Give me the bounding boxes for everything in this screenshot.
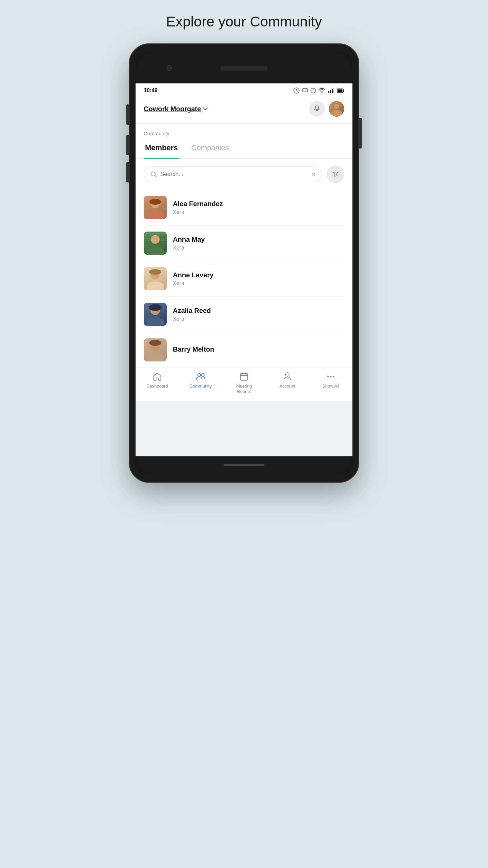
notification-button[interactable] — [309, 101, 325, 117]
nav-label-meeting-rooms: Meeting Rooms — [236, 383, 252, 394]
nav-item-dashboard[interactable]: Dashboard — [144, 372, 171, 394]
dots-icon — [326, 372, 336, 381]
nav-label-community: Community — [189, 383, 212, 389]
tab-companies[interactable]: Companies — [190, 139, 230, 159]
member-name: Azalia Reed — [173, 307, 344, 315]
svg-point-17 — [333, 376, 334, 378]
status-app-icon-3 — [310, 88, 316, 93]
member-info: Alea Fernandez Xera — [173, 200, 344, 215]
chevron-down-icon — [203, 107, 208, 111]
svg-rect-9 — [338, 89, 343, 92]
tab-members[interactable]: Members — [144, 139, 179, 159]
bell-icon — [313, 105, 321, 113]
user-avatar — [329, 101, 344, 117]
member-avatar-azalia — [144, 303, 167, 326]
svg-rect-5 — [330, 90, 331, 93]
home-icon — [152, 372, 162, 381]
svg-rect-13 — [241, 374, 248, 380]
nav-item-meeting-rooms[interactable]: Meeting Rooms — [230, 372, 258, 394]
member-avatar-anne — [144, 267, 167, 290]
search-icon — [150, 171, 157, 178]
svg-point-12 — [201, 373, 204, 376]
member-avatar-barry — [144, 338, 167, 361]
person-icon — [283, 372, 292, 381]
svg-rect-1 — [303, 88, 307, 92]
member-info: Anne Lavery Xera — [173, 271, 344, 287]
nav-label-account: Account — [280, 383, 296, 389]
nav-label-show-all: Show All — [322, 383, 339, 389]
member-info: Azalia Reed Xera — [173, 307, 344, 322]
calendar-icon — [239, 372, 249, 381]
nav-item-account[interactable]: Account — [274, 372, 301, 394]
tabs: Members Companies — [136, 139, 352, 159]
member-item[interactable]: Barry Melton — [144, 332, 344, 368]
bottom-nav: Dashboard Community — [136, 368, 352, 401]
workspace-name-text: Cowork Moorgate — [144, 105, 201, 113]
member-name: Barry Melton — [173, 346, 344, 353]
member-avatar-anna — [144, 232, 167, 255]
search-input[interactable] — [160, 171, 308, 178]
member-item[interactable]: Anna May Xera — [144, 225, 344, 261]
svg-rect-7 — [333, 88, 334, 93]
member-item[interactable]: Anne Lavery Xera — [144, 261, 344, 297]
status-bar: 10:49 — [136, 83, 352, 96]
signal-icon — [328, 88, 334, 93]
member-company: Xera — [173, 209, 344, 215]
svg-point-15 — [327, 376, 329, 378]
header-actions — [309, 101, 344, 117]
phone-speaker — [220, 66, 268, 71]
home-bar — [224, 464, 264, 466]
member-company: Xera — [173, 316, 344, 322]
member-name: Anna May — [173, 236, 344, 243]
search-wrapper: ✕ — [144, 166, 322, 182]
app-header: Cowork Moorgate — [136, 96, 352, 123]
svg-point-16 — [330, 376, 332, 378]
member-name: Anne Lavery — [173, 271, 344, 279]
member-info: Anna May Xera — [173, 236, 344, 251]
filter-icon — [332, 171, 339, 178]
member-list: Alea Fernandez Xera — [136, 190, 352, 368]
status-time: 10:49 — [144, 87, 158, 94]
member-item[interactable]: Azalia Reed Xera — [144, 297, 344, 332]
svg-rect-6 — [332, 89, 333, 93]
nav-item-community[interactable]: Community — [187, 372, 214, 394]
member-item[interactable]: Alea Fernandez Xera — [144, 190, 344, 225]
member-company: Xera — [173, 245, 344, 251]
member-avatar-alea — [144, 196, 167, 219]
section-label: Community — [136, 124, 352, 139]
svg-rect-4 — [328, 91, 329, 93]
battery-icon — [337, 88, 344, 93]
phone-screen-content: 10:49 — [136, 83, 352, 456]
status-app-icon-2 — [302, 88, 308, 93]
workspace-selector[interactable]: Cowork Moorgate — [144, 105, 208, 113]
status-icons — [293, 87, 344, 94]
svg-point-11 — [198, 373, 201, 376]
phone-frame: 10:49 — [129, 43, 359, 483]
main-content: Community Members Companies ✕ — [136, 124, 352, 368]
phone-top-bezel — [136, 53, 352, 83]
page-title: Explore your Community — [166, 14, 322, 30]
user-avatar-button[interactable] — [329, 101, 344, 117]
status-app-icon-1 — [293, 87, 300, 94]
member-info: Barry Melton — [173, 346, 344, 355]
people-icon — [196, 372, 206, 381]
phone-bottom-bezel — [136, 456, 352, 473]
search-row: ✕ — [136, 159, 352, 190]
svg-point-14 — [286, 373, 289, 376]
wifi-icon — [319, 88, 325, 93]
clear-search-icon[interactable]: ✕ — [311, 171, 316, 178]
nav-label-dashboard: Dashboard — [146, 383, 168, 389]
phone-camera — [166, 65, 172, 71]
nav-item-show-all[interactable]: Show All — [317, 372, 344, 394]
member-company: Xera — [173, 280, 344, 287]
filter-button[interactable] — [327, 165, 344, 183]
phone-screen: 10:49 — [136, 53, 352, 473]
member-name: Alea Fernandez — [173, 200, 344, 208]
